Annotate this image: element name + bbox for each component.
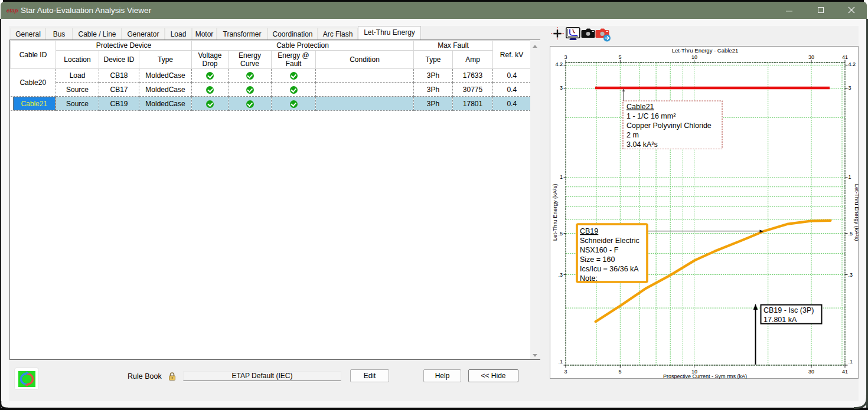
svg-text:2 m: 2 m [626,131,639,139]
svg-text:Cable21: Cable21 [626,103,654,111]
svg-text:NSX160 - F: NSX160 - F [580,246,619,254]
svg-text:30: 30 [808,54,814,60]
svg-text:1: 1 [560,174,563,180]
svg-text:Size = 160: Size = 160 [580,255,615,264]
svg-text:.5: .5 [558,231,563,237]
svg-text:3: 3 [564,369,567,375]
svg-text:3: 3 [560,85,563,91]
svg-text:4.2: 4.2 [555,61,563,67]
svg-text:.5: .5 [849,231,853,237]
svg-text:3.04 kA²s: 3.04 kA²s [626,140,658,149]
svg-text:Let-Thru Energy (kA²s): Let-Thru Energy (kA²s) [552,184,558,241]
svg-text:.1: .1 [558,359,563,365]
svg-text:30: 30 [808,369,814,375]
svg-text:1: 1 [849,174,851,180]
svg-text:5: 5 [618,369,621,375]
svg-text:Ics/Icu = 36/36 kA: Ics/Icu = 36/36 kA [580,265,639,273]
svg-text:10: 10 [691,54,697,60]
svg-text:41: 41 [842,369,848,375]
svg-text:Note:: Note: [580,274,598,283]
svg-text:Copper Polyvinyl Chloride: Copper Polyvinyl Chloride [626,122,712,130]
svg-text:3: 3 [849,85,851,91]
svg-text:.3: .3 [849,272,853,278]
svg-text:3: 3 [564,54,567,60]
svg-text:5: 5 [618,54,621,60]
svg-text:4.2: 4.2 [849,61,856,67]
svg-text:17.801 kA: 17.801 kA [763,316,797,324]
svg-text:.1: .1 [849,359,853,365]
svg-text:Prospective Current - Sym rms: Prospective Current - Sym rms (kA) [663,373,747,379]
svg-text:.3: .3 [558,272,563,278]
svg-text:Schneider Electric: Schneider Electric [580,237,639,245]
svg-text:1 - 1/C 16 mm²: 1 - 1/C 16 mm² [626,112,676,120]
svg-text:Let-Thru Energy - Cable21: Let-Thru Energy - Cable21 [672,47,738,54]
svg-text:CB19 - Isc (3P): CB19 - Isc (3P) [763,306,814,314]
svg-text:CB19: CB19 [580,227,598,235]
svg-text:Let-Thru Energy (kA²s): Let-Thru Energy (kA²s) [854,184,859,241]
svg-text:41: 41 [842,54,848,60]
